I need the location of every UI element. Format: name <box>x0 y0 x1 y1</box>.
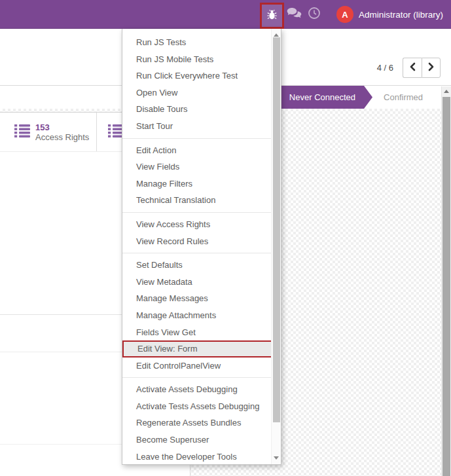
triangle-up-icon <box>274 33 279 37</box>
menu-divider <box>122 253 272 253</box>
debug-menu-button[interactable] <box>260 3 284 29</box>
menu-item-manage-attachments[interactable]: Manage Attachments <box>122 307 272 324</box>
messages-button[interactable] <box>285 0 302 29</box>
dropdown-scroll-down-button[interactable] <box>272 453 281 463</box>
stat-button-label: Access Rights <box>35 132 89 142</box>
page-scrollbar[interactable] <box>441 86 451 476</box>
menu-item-disable-tours[interactable]: Disable Tours <box>122 101 272 118</box>
menu-item-regenerate-assets-bundles[interactable]: Regenerate Assets Bundles <box>122 414 272 431</box>
menu-divider <box>122 138 272 139</box>
debug-dropdown-menu: Run JS TestsRun JS Mobile TestsRun Click… <box>122 29 272 465</box>
chevron-left-icon <box>409 62 416 74</box>
menu-item-fields-view-get[interactable]: Fields View Get <box>122 324 272 341</box>
stage-confirmed[interactable]: Confirmed <box>374 86 432 109</box>
debug-dropdown: Run JS TestsRun JS Mobile TestsRun Click… <box>122 29 281 465</box>
scroll-up-button[interactable] <box>442 86 451 96</box>
menu-item-run-js-tests[interactable]: Run JS Tests <box>122 34 272 51</box>
menu-item-become-superuser[interactable]: Become Superuser <box>122 431 272 449</box>
pager-value: 4 / 6 <box>377 63 393 73</box>
top-navbar: A Administrator (library) <box>0 0 451 29</box>
pager-previous-button[interactable] <box>403 58 422 78</box>
dropdown-scrollbar-thumb[interactable] <box>273 37 280 422</box>
stage-never-connected[interactable]: Never Connected <box>280 86 372 109</box>
chevron-right-icon <box>427 62 435 74</box>
stat-button-access-rights[interactable]: 153Access Rights <box>0 113 97 151</box>
menu-item-edit-action[interactable]: Edit Action <box>122 142 272 159</box>
menu-item-open-view[interactable]: Open View <box>122 84 272 101</box>
menu-item-set-defaults[interactable]: Set Defaults <box>122 257 272 274</box>
clock-icon <box>308 7 321 22</box>
menu-item-manage-messages[interactable]: Manage Messages <box>122 290 272 307</box>
menu-item-edit-controlpanelview[interactable]: Edit ControlPanelView <box>122 357 272 375</box>
stat-button-value: 153 <box>35 122 89 132</box>
menu-item-leave-the-developer-tools[interactable]: Leave the Developer Tools <box>122 449 272 465</box>
user-menu[interactable]: Administrator (library) <box>359 0 443 29</box>
dropdown-scrollbar[interactable] <box>271 29 281 464</box>
menu-item-view-fields[interactable]: View Fields <box>122 158 272 175</box>
user-avatar[interactable]: A <box>336 6 353 23</box>
list-icon <box>14 124 30 141</box>
menu-item-run-js-mobile-tests[interactable]: Run JS Mobile Tests <box>122 51 272 68</box>
menu-item-activate-assets-debugging[interactable]: Activate Assets Debugging <box>122 381 272 398</box>
menu-item-edit-view-form[interactable]: Edit View: Form <box>122 340 273 357</box>
menu-item-view-metadata[interactable]: View Metadata <box>122 274 272 291</box>
triangle-down-icon <box>274 456 279 460</box>
page-scrollbar-thumb[interactable] <box>442 97 450 476</box>
menu-item-manage-filters[interactable]: Manage Filters <box>122 175 272 192</box>
menu-item-start-tour[interactable]: Start Tour <box>122 118 272 135</box>
menu-item-view-record-rules[interactable]: View Record Rules <box>122 233 272 250</box>
menu-item-technical-translation[interactable]: Technical Translation <box>122 192 272 209</box>
pager-next-button[interactable] <box>422 58 441 78</box>
menu-item-activate-tests-assets-debugging[interactable]: Activate Tests Assets Debugging <box>122 398 272 415</box>
triangle-up-icon <box>444 90 449 93</box>
menu-divider <box>122 377 272 378</box>
activities-button[interactable] <box>306 0 323 29</box>
menu-item-run-click-everywhere-test[interactable]: Run Click Everywhere Test <box>122 67 272 84</box>
chat-bubbles-icon <box>287 7 302 22</box>
pager: 4 / 6 <box>377 58 441 78</box>
menu-divider <box>122 212 272 213</box>
bug-icon <box>267 9 277 23</box>
menu-item-view-access-rights[interactable]: View Access Rights <box>122 216 272 233</box>
